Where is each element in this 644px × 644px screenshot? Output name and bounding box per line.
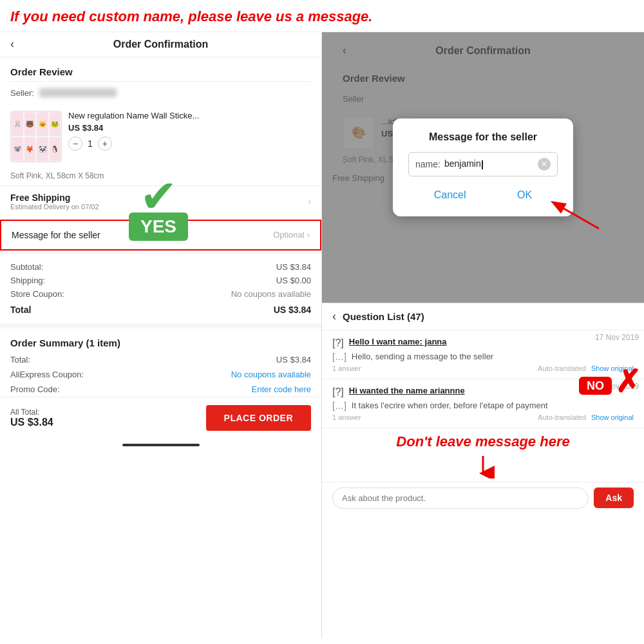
question-back-arrow[interactable]: ‹: [332, 310, 336, 323]
left-totals-section: Subtotal: US $3.84 Shipping: US $0.00 St…: [0, 253, 321, 323]
dialog-cancel-button[interactable]: Cancel: [421, 187, 479, 204]
a2-row: […] It takes l'ecrire when order, before…: [332, 401, 634, 411]
home-indicator: [0, 439, 321, 451]
left-product-variant: Soft Pink, XL 58cm X 58cm: [0, 169, 321, 185]
meta2-row: 1 answer Auto-translated Show original: [332, 413, 634, 421]
a2-icon: […]: [332, 401, 346, 411]
top-banner: If you need custom name, please leave us…: [0, 0, 644, 32]
total-label: Total: [10, 305, 31, 315]
q1-icon: [?]: [332, 337, 344, 349]
right-question-section: ‹ Question List (47) [?] Hello I want na…: [322, 303, 644, 638]
subtotal-label: Subtotal:: [10, 262, 43, 272]
left-panel: ‹ Order Confirmation Order Review Seller…: [0, 32, 322, 638]
q1-date: 17 Nov 2019: [595, 333, 639, 342]
question-list-header: ‹ Question List (47): [322, 303, 644, 330]
a2-text: It takes l'ecrire when order, before l'e…: [352, 401, 548, 410]
q2-icon: [?]: [332, 386, 344, 398]
place-order-area: All Total: US $3.84 PLACE ORDER: [0, 397, 321, 439]
shipping-cost-row: Shipping: US $0.00: [10, 274, 311, 287]
sticker-3: 🐱: [37, 112, 48, 136]
subtotal-row: Subtotal: US $3.84: [10, 260, 311, 274]
summary-promo-row: Promo Code: Enter code here: [10, 382, 311, 397]
seller-name-blurred: [39, 88, 117, 97]
question-list: [?] Hello I want name: janna […] Hello, …: [322, 330, 644, 428]
seller-label: Seller:: [10, 88, 34, 98]
q2-count: 1 answer: [332, 413, 361, 421]
qty-plus-btn[interactable]: +: [98, 137, 112, 151]
left-order-review-label: Order Review: [0, 57, 321, 81]
message-arrow-icon: ›: [307, 230, 310, 240]
banner-text: If you need custom name, please leave us…: [10, 8, 634, 26]
summary-ali-label: AliExpress Coupon:: [10, 370, 84, 379]
auto-translated-2: Auto-translated: [538, 413, 586, 421]
a1-row: […] Hello, sending a message to the sell…: [332, 352, 634, 362]
dialog-buttons: Cancel OK: [408, 187, 558, 204]
qty-minus-btn[interactable]: −: [68, 137, 82, 151]
subtotal-val: US $3.84: [276, 262, 311, 272]
left-product-image: 🐰 🐻 🐱 🐸 🐨 🦊 🐼 🐧: [10, 111, 62, 162]
dialog-input-label: name:: [415, 159, 440, 169]
left-back-arrow[interactable]: ‹: [10, 37, 14, 51]
q1-text[interactable]: Hello I want name: janna: [349, 337, 447, 346]
message-optional: Optional ›: [273, 230, 310, 240]
no-label: NO: [579, 377, 612, 395]
show-original-2[interactable]: Show original: [591, 413, 634, 421]
summary-promo-label: Promo Code:: [10, 384, 60, 394]
summary-promo-val[interactable]: Enter code here: [251, 384, 311, 394]
message-seller-label: Message for the seller: [12, 230, 100, 240]
dialog-ok-button[interactable]: OK: [504, 187, 545, 204]
shipping-cost-label: Shipping:: [10, 276, 45, 285]
dialog-overlay: Message for the seller name: benjamin ✕ …: [322, 32, 644, 303]
sticker-7: 🐼: [37, 137, 48, 161]
order-summary-label: Order Summary (1 item): [0, 323, 321, 352]
summary-total-label: Total:: [10, 355, 30, 365]
dialog-title: Message for the seller: [408, 131, 558, 143]
sticker-6: 🦊: [24, 137, 36, 161]
shipping-sub: Estimated Delivery on 07/02: [10, 203, 99, 211]
dialog-input-text[interactable]: benjamin: [444, 158, 538, 169]
left-header-title: Order Confirmation: [113, 39, 209, 50]
ask-button[interactable]: Ask: [594, 488, 634, 508]
text-cursor: [482, 160, 483, 169]
q1-count: 1 answer: [332, 365, 361, 372]
left-product-row: 🐰 🐻 🐱 🐸 🐨 🦊 🐼 🐧 New regulation Name Wall…: [0, 104, 321, 169]
ask-row: Ask: [322, 482, 644, 514]
all-total-label: All Total:: [10, 408, 53, 417]
sticker-grid: 🐰 🐻 🐱 🐸 🐨 🦊 🐼 🐧: [12, 112, 61, 161]
sticker-5: 🐨: [12, 137, 23, 161]
message-seller-row[interactable]: Message for the seller Optional ›: [0, 220, 321, 251]
dialog-box: Message for the seller name: benjamin ✕ …: [393, 118, 573, 216]
coupon-val: No coupons available: [231, 289, 311, 299]
question-list-title: Question List (47): [343, 311, 424, 322]
dont-leave-text: Don't leave message here: [322, 428, 644, 453]
meta1-row: 1 answer Auto-translated Show original: [332, 365, 634, 372]
left-seller-row: Seller:: [0, 82, 321, 104]
left-shipping-row: Free Shipping Estimated Delivery on 07/0…: [0, 185, 321, 217]
left-phone-header: ‹ Order Confirmation: [0, 32, 321, 57]
question-item-1: [?] Hello I want name: janna […] Hello, …: [322, 330, 644, 379]
a1-text: Hello, sending a message to the seller: [352, 352, 493, 361]
coupon-label: Store Coupon:: [10, 289, 64, 299]
ask-input[interactable]: [332, 488, 589, 509]
q2-text[interactable]: Hi wanted the name ariannne: [349, 386, 465, 395]
left-product-name: New regulation Name Wall Sticke...: [68, 111, 311, 120]
no-badge: NO: [579, 379, 612, 393]
down-arrow-container: [322, 453, 644, 482]
summary-ali-row: AliExpress Coupon: No coupons available: [10, 367, 311, 382]
all-total-price: US $3.84: [10, 417, 53, 428]
down-arrow-svg: [470, 453, 496, 478]
sticker-1: 🐰: [12, 112, 23, 136]
place-order-button[interactable]: PLACE ORDER: [206, 405, 311, 431]
sticker-8: 🐧: [50, 137, 61, 161]
all-total-info: All Total: US $3.84: [10, 408, 53, 428]
shipping-arrow-icon: ›: [308, 196, 311, 207]
summary-rows: Total: US $3.84 AliExpress Coupon: No co…: [0, 352, 321, 397]
home-bar: [122, 444, 200, 446]
shipping-label: Free Shipping: [10, 193, 99, 203]
shipping-cost-val: US $0.00: [276, 276, 311, 285]
right-top-area: ‹ Order Confirmation Order Review Seller…: [322, 32, 644, 303]
meta2-right: Auto-translated Show original: [538, 413, 634, 421]
left-product-price: US $3.84: [68, 123, 311, 133]
qty-control: − 1 +: [68, 137, 311, 151]
dialog-clear-button[interactable]: ✕: [538, 158, 551, 171]
